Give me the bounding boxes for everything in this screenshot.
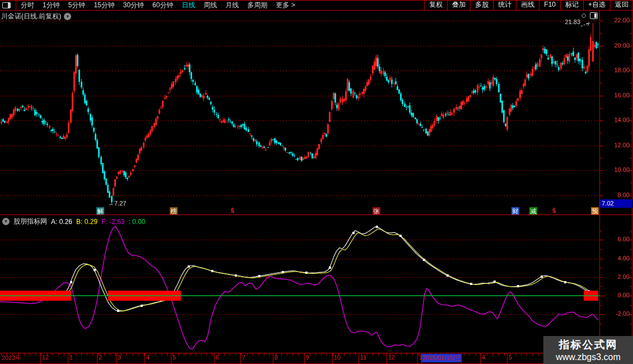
price-axis-label-8.00: 8.00 xyxy=(601,192,630,198)
time-label-6: 6 xyxy=(216,354,219,361)
menu-item-叠加[interactable]: 叠加 xyxy=(447,0,470,10)
time-label-5: 5 xyxy=(509,354,512,361)
menu-item-统计[interactable]: 统计 xyxy=(493,0,516,10)
price-axis-label-22.00: 22.00 xyxy=(601,17,630,24)
top-border xyxy=(0,0,633,1)
indicator-value-g: : 0.00 xyxy=(128,218,145,226)
candlestick-chart-canvas[interactable] xyxy=(0,10,599,215)
info-mine-icon-4[interactable]: 财 xyxy=(511,207,519,215)
info-mine-icon-5[interactable]: 减 xyxy=(529,207,537,215)
high-price-annotation: 21.83 xyxy=(560,18,580,25)
diamond-icon[interactable]: ◇ xyxy=(581,12,586,19)
menu-item-分时[interactable]: 分时 xyxy=(21,0,34,10)
info-mine-icon-7[interactable]: 预 xyxy=(591,207,599,215)
indicator-name: 股朋指标网 xyxy=(13,217,47,226)
time-label-1: 1 xyxy=(69,354,73,361)
app-window: 分时1分钟5分钟15分钟30分钟60分钟日线周线月线多周期更多 > 复权叠加多股… xyxy=(0,0,633,364)
time-label-7: 7 xyxy=(242,354,245,361)
indicator-axis-label-0.00: 0.00 xyxy=(601,292,630,298)
indicator-header: ▾ 股朋指标网 A: 0.26 B: 0.29 F: -2.63 : 0.00 xyxy=(2,217,145,226)
split-pane-icon[interactable] xyxy=(590,12,598,19)
menu-item-月线[interactable]: 月线 xyxy=(225,0,239,10)
info-mine-icon-1[interactable]: 榜 xyxy=(170,207,178,215)
layout-icon[interactable] xyxy=(2,2,11,8)
time-label-2023年: 2023年 xyxy=(2,354,21,362)
menubar-divider xyxy=(16,0,16,10)
time-label-2: 2 xyxy=(99,354,102,361)
watermark: 指标公式网 www.zbgs3.com xyxy=(543,336,633,364)
menu-item-日线[interactable]: 日线 xyxy=(181,0,195,10)
chart-corner-icons: ◇ xyxy=(581,12,598,19)
menu-item-更多 >[interactable]: 更多 > xyxy=(276,0,295,10)
selected-date-label: 2025/01/15/三 xyxy=(422,354,461,362)
time-axis-canvas xyxy=(0,353,633,364)
price-axis-label-18.00: 18.00 xyxy=(601,67,630,73)
time-label-12: 12 xyxy=(42,354,49,361)
menu-item-30分钟[interactable]: 30分钟 xyxy=(123,0,144,10)
indicator-value-b: B: 0.29 xyxy=(76,218,97,226)
time-label-11: 11 xyxy=(360,354,366,361)
menu-item-5分钟[interactable]: 5分钟 xyxy=(68,0,86,10)
menu-item-1分钟[interactable]: 1分钟 xyxy=(43,0,60,10)
period-menu: 分时1分钟5分钟15分钟30分钟60分钟日线周线月线多周期更多 > xyxy=(21,0,304,10)
menu-item-15分钟[interactable]: 15分钟 xyxy=(94,0,114,10)
indicator-axis-label-6.00: 6.00 xyxy=(601,236,630,242)
time-label-9: 9 xyxy=(306,354,309,361)
indicator-axis-label-4.00: 4.00 xyxy=(601,255,630,262)
right-border xyxy=(632,0,632,364)
time-label-4: 4 xyxy=(482,354,485,361)
menu-item-60分钟[interactable]: 60分钟 xyxy=(152,0,173,10)
menu-item-标记[interactable]: 标记 xyxy=(560,0,583,10)
menu-item-返回[interactable]: 返回 xyxy=(610,0,633,10)
watermark-url: www.zbgs3.com xyxy=(543,352,633,362)
chevron-down-icon[interactable]: ▾ xyxy=(64,13,71,20)
price-axis-label-14.00: 14.00 xyxy=(601,116,630,123)
watermark-title: 指标公式网 xyxy=(543,338,633,352)
time-label-8: 8 xyxy=(274,354,278,361)
indicator-chart-canvas[interactable] xyxy=(0,215,599,353)
indicator-value-a: A: 0.26 xyxy=(51,218,72,226)
time-label-5: 5 xyxy=(173,354,176,361)
time-label-10: 10 xyxy=(334,354,341,361)
collapse-chevron-icon[interactable]: ▾ xyxy=(2,218,10,225)
menubar-bottom-border xyxy=(0,10,633,11)
menu-item-多股[interactable]: 多股 xyxy=(470,0,493,10)
menu-item-周线[interactable]: 周线 xyxy=(203,0,217,10)
period-menubar: 分时1分钟5分钟15分钟30分钟60分钟日线周线月线多周期更多 > 复权叠加多股… xyxy=(0,0,633,10)
tools-menu: 复权叠加多股统计画线F10标记+自选返回 xyxy=(424,0,633,10)
chart-title-row: 川金诺(日线.前复权) ▾ xyxy=(1,12,71,21)
info-mine-icon-3[interactable]: 张 xyxy=(373,207,380,215)
menu-item-F10[interactable]: F10 xyxy=(539,0,560,10)
time-label-3: 3 xyxy=(118,354,121,361)
price-axis-label-12.00: 12.00 xyxy=(601,142,630,148)
price-axis-label-16.00: 16.00 xyxy=(601,92,630,99)
menu-item-多周期[interactable]: 多周期 xyxy=(247,0,267,10)
axis-bottom-price-badge: 7.02 xyxy=(600,199,632,208)
price-axis-label-20.00: 20.00 xyxy=(601,42,630,49)
time-label-4: 4 xyxy=(146,354,150,361)
menu-item-+自选[interactable]: +自选 xyxy=(583,0,610,10)
indicator-value-f: F: -2.63 xyxy=(101,218,124,226)
page-title: 川金诺(日线.前复权) xyxy=(1,12,61,21)
menu-item-复权[interactable]: 复权 xyxy=(424,0,447,10)
pane-divider xyxy=(0,214,633,215)
info-mine-icon-6[interactable]: ŝ xyxy=(550,207,558,214)
menu-item-画线[interactable]: 画线 xyxy=(516,0,539,10)
time-label-12: 12 xyxy=(388,354,395,361)
low-price-annotation: ←7.27 xyxy=(108,200,126,207)
price-axis-label-10.00: 10.00 xyxy=(601,166,630,173)
info-mine-icon-0[interactable]: 解 xyxy=(96,207,104,215)
info-mine-icon-2[interactable]: ŝ xyxy=(229,207,236,214)
indicator-axis-label-2.00: 2.00 xyxy=(601,273,630,280)
indicator-axis-label--2.00: -2.00 xyxy=(601,310,630,317)
